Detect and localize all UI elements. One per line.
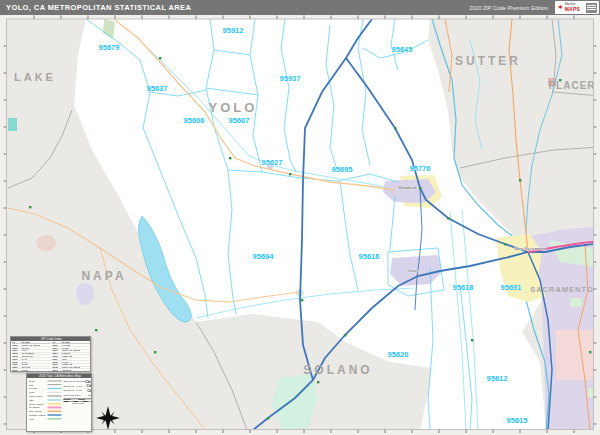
zip-label-95616: 95616: [359, 252, 380, 261]
city-size-sample: City: [87, 384, 92, 388]
city-label-west-sacramento: West Sacramento: [514, 246, 546, 251]
county-label-sutter: SUTTER: [455, 54, 521, 68]
zip-code-cell: 95637: [12, 369, 21, 372]
patch-lavender-napa: [76, 283, 94, 305]
map-area: LAKENAPAYOLOSUTTERPLACERSOLANOSACRAMENTO…: [0, 15, 600, 435]
county-label-yolo: YOLO: [209, 100, 258, 115]
county-label-napa: NAPA: [81, 269, 126, 283]
zip-label-95637: 95637: [147, 84, 168, 93]
zip-label-95615: 95615: [507, 416, 528, 425]
legend-swatch: [48, 381, 62, 382]
zip-label-95937: 95937: [280, 74, 301, 83]
city-size-label: Cities Under 25,000: [64, 394, 81, 396]
zip-index-right: ZIP ZIP Name 95653MADISON95679RUMSEY9569…: [52, 342, 91, 373]
publisher-logo: ✶ Market MAPS: [555, 1, 599, 14]
legend-swatch: [48, 400, 62, 401]
city-label-davis: Davis: [408, 268, 418, 273]
legend-swatch: [48, 392, 62, 393]
county-label-lake: LAKE: [14, 71, 56, 83]
county-label-placer: PLACER: [548, 80, 595, 91]
legend-swatch: [48, 403, 62, 405]
zip-label-95695: 95695: [332, 165, 353, 174]
zip-index-row: 95637GUINDA: [12, 369, 51, 372]
legend-item-label: State Highway: [29, 410, 48, 413]
city-size-label: Cities 25,000 - 49,999: [64, 389, 83, 391]
zip-index-row: 95912ARBUCKLE: [52, 369, 91, 372]
legend-swatch: [48, 407, 62, 409]
zip-index-table: ZIP Code Index ZIP ZIP Name 95605WEST SA…: [10, 336, 91, 372]
legend-swatch: [48, 384, 62, 385]
legend-item-label: Interstate Highway: [29, 414, 48, 417]
logo-text-bottom: MAPS: [565, 7, 580, 12]
map-canvas: LAKENAPAYOLOSUTTERPLACERSOLANOSACRAMENTO…: [0, 15, 600, 435]
legend-item-label: Parks: [29, 418, 48, 421]
city-size-label: Cities 100,000 and Above: [64, 380, 86, 382]
city-size-sample: City: [88, 389, 92, 392]
scale-bar-1: [64, 399, 93, 400]
county-label-solano: SOLANO: [303, 363, 372, 377]
zip-label-95607: 95607: [229, 116, 250, 125]
zip-name-cell: GUINDA: [21, 369, 51, 372]
legend-city-sizes: Cities 100,000 and AboveCityCities 50,00…: [64, 379, 93, 421]
zip-label-95620: 95620: [388, 350, 409, 359]
zip-label-95776: 95776: [410, 164, 431, 173]
legend-swatch: [48, 414, 62, 416]
legend-item-label: US Highway: [29, 406, 48, 409]
zip-name-cell: ARBUCKLE: [61, 369, 91, 372]
map-page: YOLO, CA METROPOLITAN STATISTICAL AREA 2…: [0, 0, 600, 435]
page-title: YOLO, CA METROPOLITAN STATISTICAL AREA: [0, 3, 191, 12]
zip-label-95606: 95606: [184, 116, 205, 125]
city-size-sample: City: [85, 379, 92, 384]
legend-item-label: County Highway: [29, 402, 48, 405]
zip-label-95691: 95691: [501, 283, 522, 292]
title-bar: YOLO, CA METROPOLITAN STATISTICAL AREA 2…: [0, 0, 600, 15]
legend-swatch: [48, 388, 62, 389]
county-label-sacramento: SACRAMENTO: [530, 285, 594, 294]
legend-swatch: [48, 418, 62, 420]
legend-item-label: Water: [29, 399, 48, 402]
zip-label-95612: 95612: [487, 374, 508, 383]
legend-item-label: Primary Roads: [29, 395, 48, 398]
legend-swatch: [48, 396, 62, 397]
legend-swatch: [48, 410, 62, 412]
patch-mint-1: [570, 298, 582, 307]
zip-label-95618: 95618: [453, 283, 474, 292]
city-label-woodland: Woodland: [398, 185, 416, 190]
zip-label-95694: 95694: [253, 252, 275, 261]
city-size-label: Cities 50,000 - 99,999: [64, 385, 83, 387]
scale-label: Scale in Miles: [64, 403, 93, 405]
zip-label-95679: 95679: [99, 43, 120, 52]
legend-item-label: Roads: [29, 391, 48, 394]
legend-items: CountyStateZIP CodeRoadsPrimary RoadsWat…: [29, 379, 62, 421]
legend: 2020 Yolo, CA Metro Area Map CountyState…: [26, 373, 92, 432]
zip-index-left: ZIP ZIP Name 95605WEST SACRAMENTO95606BR…: [12, 342, 51, 373]
patch-teal: [8, 118, 17, 131]
zip-code-cell: 95912: [52, 369, 61, 372]
scale-bars: Scale in Miles: [64, 399, 93, 405]
legend-item-parks: Parks: [29, 417, 62, 421]
legend-item-label: County: [29, 380, 48, 383]
legend-item-label: ZIP Code: [29, 387, 48, 390]
logo-badge: [586, 3, 597, 13]
legend-city-size-row: Cities Under 25,000City: [64, 393, 93, 398]
city-size-sample: City: [88, 394, 92, 397]
legend-item-label: State: [29, 383, 48, 386]
patch-pink-napa: [36, 235, 56, 251]
zip-label-95645: 95645: [392, 45, 413, 54]
logo-star-icon: ✶: [557, 4, 564, 12]
zip-label-95912: 95912: [223, 26, 244, 35]
edition-label: 2020 ZIP Code Premium Edition: [469, 5, 548, 11]
zip-label-95627: 95627: [262, 158, 283, 167]
